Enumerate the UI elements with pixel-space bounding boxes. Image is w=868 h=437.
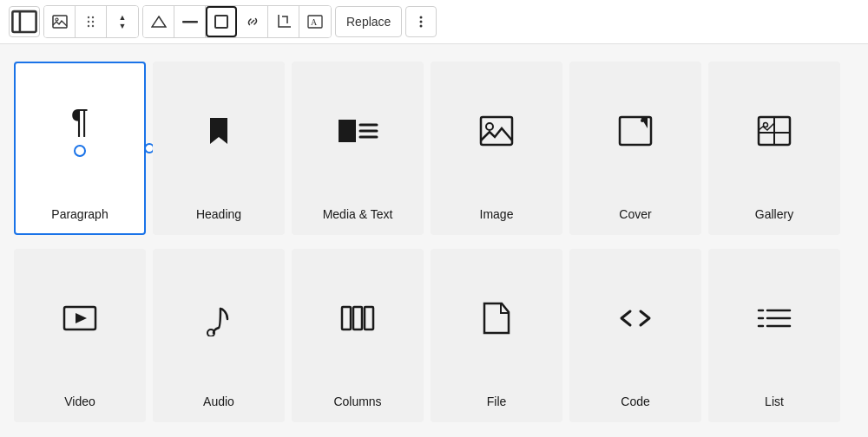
video-icon-container (61, 251, 99, 386)
block-item-file[interactable]: File (431, 249, 562, 422)
gallery-icon (755, 113, 793, 149)
image-button[interactable] (44, 6, 76, 37)
list-icon-container (755, 251, 793, 386)
video-label: Video (64, 395, 95, 408)
arrow-up-down-button[interactable]: ▲ ▼ (107, 6, 138, 37)
svg-rect-19 (339, 120, 356, 142)
columns-icon (339, 300, 377, 336)
block-item-cover[interactable]: Cover (569, 62, 701, 235)
svg-rect-36 (353, 307, 362, 329)
svg-point-5 (87, 21, 89, 23)
svg-point-7 (91, 16, 93, 18)
bookmark-icon (201, 113, 237, 149)
file-icon-container (477, 251, 516, 386)
image-icon (477, 113, 516, 149)
toolbar-group-1: ▲ ▼ (43, 5, 139, 38)
svg-rect-0 (12, 11, 36, 32)
pilcrow-icon: ¶ (71, 105, 89, 138)
block-item-audio[interactable]: Audio (153, 249, 285, 422)
image-icon-container (477, 63, 516, 199)
drag-handle-button[interactable] (76, 6, 107, 37)
more-options-button[interactable] (405, 6, 437, 37)
svg-point-15 (420, 16, 423, 19)
code-icon-container (615, 251, 656, 386)
block-item-list[interactable]: List (708, 249, 840, 422)
block-grid: ¶ Paragraph Heading (0, 44, 868, 437)
block-row-1: ¶ Paragraph Heading (14, 62, 854, 235)
cover-icon (616, 113, 654, 149)
media-text-icon-container (337, 63, 378, 199)
image-label: Image (480, 207, 514, 221)
svg-point-9 (91, 25, 93, 27)
video-icon (61, 300, 99, 336)
svg-marker-33 (76, 313, 87, 323)
block-row-2: Video Audio Col (14, 249, 854, 422)
replace-button[interactable]: Replace (335, 6, 402, 37)
svg-rect-35 (342, 307, 351, 329)
crop-button[interactable] (268, 6, 299, 37)
svg-rect-37 (365, 307, 373, 329)
cover-label: Cover (619, 207, 651, 221)
sidebar-toggle-button[interactable] (9, 6, 40, 37)
gallery-icon-container (755, 63, 793, 199)
link-button[interactable] (237, 6, 268, 37)
file-label: File (487, 395, 507, 408)
svg-text:A: A (311, 17, 318, 27)
minus-button[interactable] (174, 6, 206, 37)
svg-point-27 (641, 119, 644, 122)
svg-point-17 (420, 25, 423, 28)
audio-icon-container (200, 251, 238, 386)
selection-circle (74, 145, 86, 157)
cover-icon-container (616, 63, 654, 199)
svg-point-16 (420, 21, 423, 23)
heading-label: Heading (196, 207, 241, 221)
columns-icon-container (339, 251, 377, 386)
audio-label: Audio (203, 395, 234, 408)
toolbar: ▲ ▼ (0, 0, 868, 44)
block-item-code[interactable]: Code (569, 249, 701, 422)
file-icon (477, 300, 516, 336)
svg-point-31 (764, 123, 768, 127)
svg-point-24 (486, 123, 493, 130)
triangle-button[interactable] (143, 6, 174, 37)
paragraph-label: Paragraph (51, 207, 108, 221)
block-item-video[interactable]: Video (14, 249, 146, 422)
paragraph-icon-container: ¶ (71, 63, 89, 199)
block-item-heading[interactable]: Heading (153, 62, 285, 235)
svg-rect-12 (215, 16, 227, 28)
code-label: Code (621, 395, 649, 408)
svg-marker-18 (210, 118, 227, 144)
svg-rect-11 (182, 21, 198, 23)
svg-point-8 (91, 21, 93, 23)
square-button[interactable] (206, 6, 237, 37)
code-icon (615, 300, 656, 336)
block-item-columns[interactable]: Columns (292, 249, 424, 422)
svg-rect-23 (481, 117, 512, 145)
list-icon (755, 300, 793, 336)
svg-point-3 (56, 18, 58, 21)
media-text-label: Media & Text (323, 207, 393, 221)
media-text-icon (337, 113, 378, 149)
gallery-label: Gallery (755, 207, 793, 221)
svg-point-4 (87, 16, 89, 18)
block-item-paragraph[interactable]: ¶ Paragraph (14, 62, 146, 235)
block-item-image[interactable]: Image (431, 62, 562, 235)
svg-marker-10 (152, 16, 166, 27)
svg-rect-2 (53, 16, 67, 28)
audio-icon (200, 300, 238, 336)
svg-point-6 (87, 25, 89, 27)
text-button[interactable]: A (299, 6, 331, 37)
block-item-media-text[interactable]: Media & Text (292, 62, 424, 235)
list-label: List (765, 395, 784, 408)
columns-label: Columns (333, 395, 381, 408)
block-item-gallery[interactable]: Gallery (708, 62, 840, 235)
toolbar-group-2: A (142, 5, 332, 38)
heading-icon-container (201, 63, 237, 199)
svg-marker-26 (641, 117, 648, 128)
